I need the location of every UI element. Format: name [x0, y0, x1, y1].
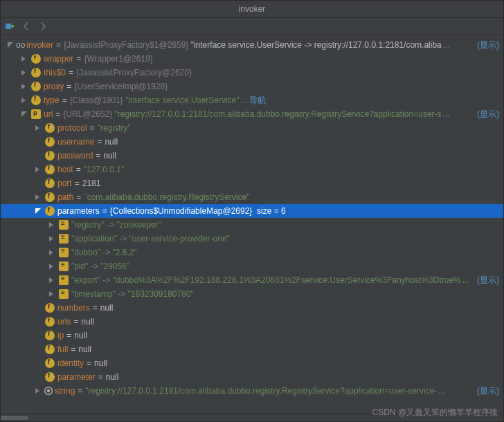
title-bar: invoker — [1, 1, 503, 18]
field-icon — [45, 178, 55, 188]
tree-row-identity[interactable]: identity = null — [1, 356, 503, 370]
tree-row-wrapper[interactable]: wrapper = {Wrapper1@2619} — [1, 52, 503, 66]
field-icon — [45, 331, 55, 340]
svg-rect-0 — [6, 24, 11, 29]
entry-icon — [59, 289, 69, 299]
property-icon — [31, 109, 41, 119]
expand-icon[interactable] — [6, 41, 15, 49]
window-title: invoker — [239, 4, 266, 14]
field-icon — [31, 68, 41, 77]
field-icon — [45, 123, 55, 133]
collapse-icon[interactable] — [48, 262, 56, 270]
tree-row-url[interactable]: url = {URL@2652} "registry://127.0.0.1:2… — [1, 107, 503, 121]
field-icon — [31, 95, 41, 105]
collapse-icon[interactable] — [20, 82, 28, 91]
field-icon — [31, 82, 41, 91]
watermark: CSDN @又蠢又笨的懒羊羊程序猿 — [372, 407, 498, 419]
collapse-icon[interactable] — [34, 124, 42, 132]
tree-row-parameters[interactable]: parameters = {Collections$UnmodifiableMa… — [1, 204, 503, 218]
collapse-icon[interactable] — [20, 68, 28, 77]
entry-icon — [59, 234, 69, 244]
collapse-icon[interactable] — [34, 387, 42, 395]
show-more-link[interactable]: (显示) — [477, 39, 499, 51]
collapse-icon[interactable] — [48, 276, 56, 284]
debugger-window: invoker oo invoker = {JavassistProxyFact… — [0, 0, 504, 422]
entry-icon — [59, 275, 69, 285]
tree-row-param-export[interactable]: "export" -> "dubbo%3A%2F%2F192.168.226.1… — [1, 273, 503, 287]
tree-row-full[interactable]: full = null — [1, 342, 503, 356]
watch-icon: oo — [16, 40, 25, 50]
var-value: "interface service.UserService -> regist… — [191, 40, 442, 50]
field-icon — [31, 54, 41, 64]
tree-row-protocol[interactable]: protocol = "registry" — [1, 121, 503, 135]
entry-icon — [59, 220, 69, 230]
entry-icon — [59, 262, 69, 271]
field-icon — [45, 372, 55, 382]
tree-row-password[interactable]: password = null — [1, 149, 503, 163]
entry-icon — [59, 248, 69, 257]
forward-button[interactable] — [37, 20, 49, 33]
tree-row-username[interactable]: username = null — [1, 135, 503, 149]
field-icon — [45, 206, 55, 216]
tree-row-param-application[interactable]: "application" -> "user-service-provider-… — [1, 232, 503, 246]
var-class: {JavassistProxyFactory$1@2659} — [64, 40, 188, 50]
tree-row-proxy[interactable]: proxy = {UserServiceImpl@1928} — [1, 80, 503, 93]
field-icon — [45, 345, 55, 354]
tree-row-param-dubbo[interactable]: "dubbo" -> "2.6.2" — [1, 246, 503, 259]
collapse-icon[interactable] — [48, 290, 56, 298]
tree-row-param-pid[interactable]: "pid" -> "29056" — [1, 259, 503, 273]
collapse-icon[interactable] — [48, 221, 56, 229]
show-more-link[interactable]: (显示) — [477, 109, 499, 120]
field-icon — [45, 303, 55, 313]
collapse-icon[interactable] — [20, 55, 28, 63]
tree-row-string[interactable]: ⦿ string = "registry://127.0.0.1:2181/co… — [1, 384, 503, 398]
tree-row-ip[interactable]: ip = null — [1, 329, 503, 342]
collapse-icon[interactable] — [20, 96, 28, 104]
show-more-link[interactable]: (显示) — [477, 385, 499, 397]
tree-row-urls[interactable]: urls = null — [1, 315, 503, 329]
field-icon — [45, 165, 55, 174]
collapse-icon[interactable] — [34, 165, 42, 174]
field-icon — [45, 137, 55, 147]
field-icon — [45, 358, 55, 368]
toolbar — [1, 18, 503, 35]
field-icon — [45, 151, 55, 160]
scrollbar-thumb[interactable] — [1, 416, 28, 420]
collapse-icon[interactable] — [48, 248, 56, 257]
var-name: invoker — [26, 40, 53, 50]
expand-icon[interactable] — [34, 207, 42, 215]
tree-row-type[interactable]: type = {Class@1901} "interface service.U… — [1, 93, 503, 107]
collapse-icon[interactable] — [48, 235, 56, 243]
tree-row-host[interactable]: host = "127.0.0.1" — [1, 163, 503, 176]
new-watch-button[interactable] — [3, 20, 16, 33]
tree-row-param-registry[interactable]: "registry" -> "zookeeper" — [1, 218, 503, 232]
field-icon — [45, 192, 55, 202]
expand-icon[interactable] — [20, 110, 28, 118]
svg-rect-2 — [12, 25, 13, 28]
show-more-link[interactable]: (显示) — [477, 275, 499, 286]
tree-row-numbers[interactable]: numbers = null — [1, 301, 503, 315]
navigate-link[interactable]: 导航 — [249, 95, 266, 107]
variables-tree[interactable]: oo invoker = {JavassistProxyFactory$1@26… — [1, 35, 503, 421]
tree-row-parameter[interactable]: parameter = null — [1, 370, 503, 384]
tree-row-port[interactable]: port = 2181 — [1, 176, 503, 190]
object-mark-icon: ⦿ — [44, 386, 53, 396]
tree-row-param-timestamp[interactable]: "timestamp" -> "1632309180780" — [1, 287, 503, 301]
back-button[interactable] — [20, 20, 33, 33]
tree-row-invoker[interactable]: oo invoker = {JavassistProxyFactory$1@26… — [1, 38, 503, 52]
collapse-icon[interactable] — [34, 193, 42, 201]
tree-row-path[interactable]: path = "com.alibaba.dubbo.registry.Regis… — [1, 190, 503, 204]
field-icon — [45, 317, 55, 327]
tree-row-this0[interactable]: this$0 = {JavassistProxyFactory@2620} — [1, 66, 503, 80]
